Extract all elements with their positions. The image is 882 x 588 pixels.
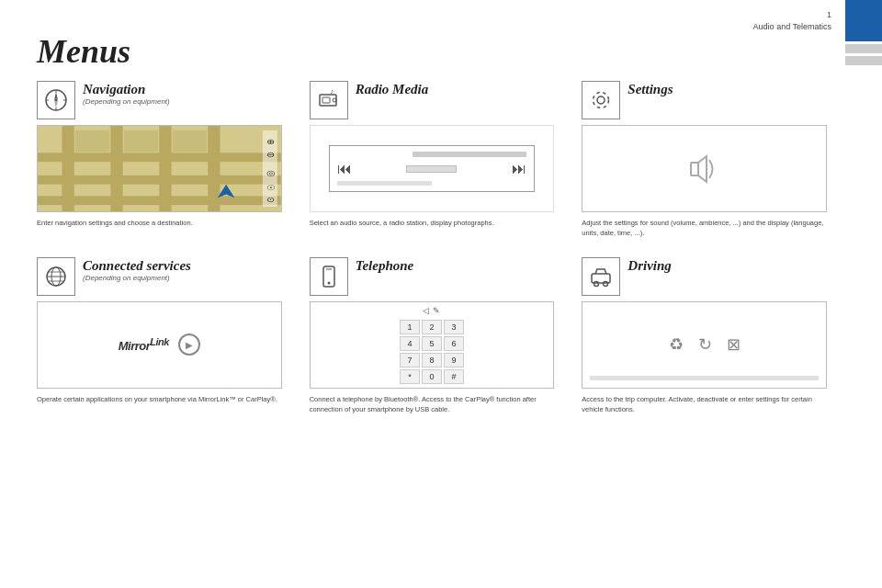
svg-text:◎: ◎ <box>266 169 275 176</box>
radio-controls: ⏮ ⏭ <box>337 161 527 177</box>
navigation-title-group: Navigation (Depending on equipment) <box>83 81 170 106</box>
telephone-preview: ◁ ✎ 1 2 3 4 5 6 7 8 9 * 0 # <box>310 301 555 389</box>
driving-desc: Access to the trip computer. Activate, d… <box>582 394 827 415</box>
progress-bar <box>406 165 457 173</box>
svg-rect-14 <box>159 126 171 211</box>
svg-rect-27 <box>322 97 330 103</box>
telephone-icon-box[interactable] <box>310 257 348 296</box>
menu-grid: Navigation (Depending on equipment) <box>37 81 827 414</box>
key-9[interactable]: 9 <box>444 353 464 368</box>
key-1[interactable]: 1 <box>400 320 420 334</box>
phone-icon <box>317 265 341 288</box>
key-3[interactable]: 3 <box>444 320 464 334</box>
section-header: 1 Audio and Telematics <box>753 9 831 32</box>
radio-title: Radio Media <box>356 81 429 97</box>
telephone-title-group: Telephone <box>356 257 414 274</box>
speaker-icon <box>686 151 723 187</box>
phone-keypad: 1 2 3 4 5 6 7 8 9 * 0 # <box>400 320 464 384</box>
key-7[interactable]: 7 <box>400 353 420 368</box>
svg-point-31 <box>594 93 609 108</box>
menu-item-driving: Driving ♻ ↻ ⊠ Access to the trip compute… <box>582 257 827 415</box>
settings-desc: Adjust the settings for sound (volume, a… <box>582 218 827 239</box>
svg-text:⊙: ⊙ <box>266 196 275 203</box>
connected-icon-box[interactable] <box>37 257 75 296</box>
connected-title-group: Connected services (Depending on equipme… <box>83 257 191 282</box>
menu-item-navigation: Navigation (Depending on equipment) <box>37 81 282 239</box>
radio-preview: ⏮ ⏭ <box>310 125 555 212</box>
settings-title-group: Settings <box>628 81 673 97</box>
radio-bar <box>337 181 432 186</box>
recycle-icon: ♻ <box>669 334 684 355</box>
radio-icon-box[interactable]: ♪ <box>310 81 348 119</box>
connected-title: Connected services <box>83 257 191 274</box>
svg-rect-32 <box>691 163 698 175</box>
refresh-icon: ↻ <box>698 334 712 355</box>
svg-point-43 <box>594 281 599 286</box>
forward-icon: ⏭ <box>512 161 526 177</box>
mirrorlink-label: MirrorLink <box>119 336 169 353</box>
driving-icon-box[interactable] <box>582 257 620 296</box>
radio-top-bar <box>413 152 526 157</box>
compass-icon <box>44 88 68 112</box>
menu-item-header-driving: Driving <box>582 257 827 296</box>
menu-item-header-connected: Connected services (Depending on equipme… <box>37 257 282 296</box>
telephone-desc: Connect a telephone by Bluetooth®. Acces… <box>310 394 555 415</box>
key-6[interactable]: 6 <box>444 336 464 351</box>
connected-preview: MirrorLink ▶ <box>37 301 282 389</box>
key-star[interactable]: * <box>400 369 420 384</box>
mirrorlink-row: MirrorLink ▶ <box>119 334 200 356</box>
settings-title: Settings <box>628 81 673 97</box>
driving-title-group: Driving <box>628 257 672 274</box>
menu-item-header-settings: Settings <box>582 81 827 119</box>
navigation-icon-box[interactable] <box>37 81 75 119</box>
svg-rect-13 <box>110 126 122 211</box>
settings-icon-box[interactable] <box>582 81 620 119</box>
radio-icon: ♪ <box>317 88 341 112</box>
menu-item-radio: ♪ Radio Media ⏮ ⏭ Select an audio source… <box>310 81 555 239</box>
driving-preview: ♻ ↻ ⊠ <box>582 301 827 389</box>
driving-bar <box>590 376 819 380</box>
key-8[interactable]: 8 <box>422 353 442 368</box>
svg-rect-15 <box>208 126 220 211</box>
svg-rect-18 <box>173 130 207 152</box>
svg-marker-33 <box>698 156 707 182</box>
menu-item-header-navigation: Navigation (Depending on equipment) <box>37 81 282 119</box>
svg-point-41 <box>327 281 330 284</box>
keypad-container: ◁ ✎ 1 2 3 4 5 6 7 8 9 * 0 # <box>400 306 464 384</box>
svg-point-44 <box>604 281 608 286</box>
menu-item-header-radio: ♪ Radio Media <box>310 81 555 119</box>
back-icon: ◁ <box>423 306 429 315</box>
svg-rect-17 <box>124 130 158 152</box>
edit-icon: ✎ <box>433 306 440 315</box>
gear-icon <box>589 88 613 112</box>
navigation-preview: ⊕ ⊖ ◎ ☉ ⊙ <box>37 125 282 212</box>
map-svg: ⊕ ⊖ ◎ ☉ ⊙ <box>38 126 281 211</box>
globe-icon <box>44 265 68 288</box>
connected-desc: Operate certain applications on your sma… <box>37 394 282 404</box>
svg-text:☉: ☉ <box>266 185 275 192</box>
menu-item-settings: Settings Adjust the settings for sound (… <box>582 81 827 239</box>
rewind-icon: ⏮ <box>337 161 352 177</box>
telephone-title: Telephone <box>356 257 414 274</box>
menu-item-connected: Connected services (Depending on equipme… <box>37 257 282 415</box>
svg-point-30 <box>597 96 605 104</box>
svg-rect-12 <box>62 126 74 211</box>
page-number: 1 <box>827 10 831 19</box>
key-2[interactable]: 2 <box>422 320 442 334</box>
navigation-desc: Enter navigation settings and choose a d… <box>37 218 282 228</box>
menu-item-telephone: Telephone ◁ ✎ 1 2 3 4 5 6 7 8 9 <box>310 257 555 415</box>
page-title: Menus <box>37 32 130 71</box>
navigation-subtitle: (Depending on equipment) <box>83 97 170 106</box>
car-icon <box>589 265 613 288</box>
radio-desc: Select an audio source, a radio station,… <box>310 218 555 228</box>
key-0[interactable]: 0 <box>422 369 442 384</box>
svg-text:⊕: ⊕ <box>266 138 275 145</box>
driving-icons-row: ♻ ↻ ⊠ <box>669 334 741 355</box>
play-circle-icon: ▶ <box>178 334 200 356</box>
key-hash[interactable]: # <box>444 369 464 384</box>
key-4[interactable]: 4 <box>400 336 420 351</box>
svg-text:⊖: ⊖ <box>266 152 275 159</box>
navigation-title: Navigation <box>83 81 170 97</box>
menu-item-header-telephone: Telephone <box>310 257 555 296</box>
key-5[interactable]: 5 <box>422 336 442 351</box>
